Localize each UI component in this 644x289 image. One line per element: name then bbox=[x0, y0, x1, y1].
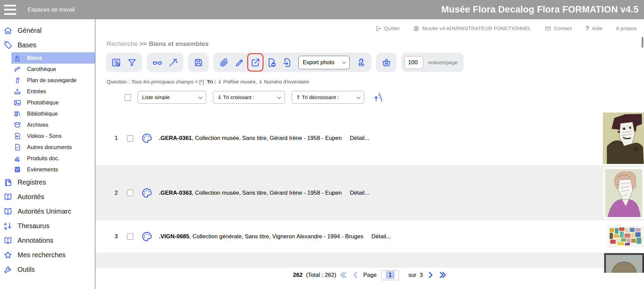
edit-button[interactable] bbox=[232, 54, 247, 71]
sidebar-item-entrees[interactable]: Entrées bbox=[0, 86, 95, 97]
list-mode-select[interactable]: Liste simple bbox=[138, 91, 206, 104]
row-checkbox[interactable] bbox=[127, 135, 133, 142]
hamburger-menu-icon[interactable] bbox=[4, 5, 16, 15]
row-checkbox[interactable] bbox=[127, 233, 133, 240]
sidebar-item-autorites[interactable]: Autorités bbox=[0, 190, 95, 204]
sort-asc-value: ⇓ Tri croissant : bbox=[217, 94, 254, 100]
sidebar-item-label: Thesaurus bbox=[18, 222, 50, 230]
attach-button[interactable] bbox=[216, 54, 231, 71]
prev-page-button[interactable] bbox=[351, 271, 360, 279]
sidebar-item-label: Outils bbox=[18, 266, 35, 273]
toolbar: Export photo Re 100 notices/page bbox=[106, 53, 644, 72]
re-brush-icon: Re bbox=[356, 57, 366, 68]
sidebar-item-general[interactable]: Général bbox=[0, 23, 95, 38]
palette-icon[interactable] bbox=[141, 133, 153, 144]
file-print-icon bbox=[266, 57, 276, 68]
page-input[interactable]: 1 bbox=[381, 270, 399, 280]
next-page-button[interactable] bbox=[426, 271, 435, 279]
sidebar-item-label: Général bbox=[18, 27, 42, 34]
sidebar-item-thesaurus[interactable]: ABThesaurus bbox=[0, 219, 95, 233]
user-menu[interactable]: Musée v4 ADMINISTRATEUR FONCTIONNEL bbox=[413, 25, 531, 32]
sidebar-item-label: Archives bbox=[27, 122, 48, 128]
total-pages: 3 bbox=[420, 272, 423, 279]
renumber-button[interactable]: Re bbox=[354, 54, 368, 71]
library-icon bbox=[14, 110, 21, 118]
sidebar-item-label: Vidéos - Sons bbox=[27, 133, 61, 139]
svg-text:Re: Re bbox=[358, 62, 364, 67]
row-ref: .GERA-0361 bbox=[159, 135, 192, 141]
result-thumbnail[interactable] bbox=[604, 253, 644, 273]
sidebar-item-label: Bases bbox=[18, 41, 36, 49]
detail-link[interactable]: Détail... bbox=[350, 190, 369, 196]
sidebar-item-label: Entrées bbox=[27, 88, 46, 95]
sidebar-item-label: Annotations bbox=[18, 237, 53, 244]
toolbar-group-save bbox=[188, 53, 209, 72]
save-button[interactable] bbox=[191, 54, 206, 71]
video-file-icon bbox=[14, 132, 21, 140]
help-link[interactable]: ? Aide bbox=[585, 25, 602, 32]
select-all-checkbox[interactable] bbox=[125, 94, 131, 101]
knight-icon bbox=[14, 54, 21, 62]
view-button[interactable] bbox=[150, 54, 164, 71]
open-external-button[interactable] bbox=[248, 54, 263, 71]
svg-text:B: B bbox=[4, 226, 7, 231]
sidebar-item-videos-sons[interactable]: Vidéos - Sons bbox=[0, 130, 95, 142]
result-thumbnail[interactable] bbox=[603, 167, 644, 219]
sidebar-item-carotheque[interactable]: Carothèque bbox=[0, 64, 95, 75]
export-photo-select[interactable]: Export photo bbox=[298, 56, 350, 69]
sidebar-item-autorites-unimarc[interactable]: Autorités Unimarc bbox=[0, 204, 95, 219]
sidebar-item-archives[interactable]: Archives bbox=[0, 119, 95, 130]
sidebar-item-produits-doc[interactable]: Produits doc. bbox=[0, 153, 95, 164]
sidebar-item-label: Autorités Unimarc bbox=[18, 208, 71, 215]
row-number: 2 bbox=[112, 190, 118, 196]
sidebar-item-biens[interactable]: Biens bbox=[11, 52, 95, 64]
sort-desc-select[interactable]: ⇑ Tri décroissant : bbox=[292, 91, 364, 104]
toolbar-group-paging: 100 notices/page bbox=[401, 53, 463, 72]
basket-button[interactable] bbox=[379, 54, 394, 71]
sidebar-item-evenements[interactable]: Evènements bbox=[0, 164, 95, 175]
sidebar-item-mes-recherches[interactable]: Mes recherches bbox=[0, 248, 95, 262]
detail-link[interactable]: Détail... bbox=[371, 233, 391, 240]
quit-link[interactable]: Quitter bbox=[375, 25, 400, 32]
help-label: Aide bbox=[592, 25, 602, 31]
sort-asc-select[interactable]: ⇓ Tri croissant : bbox=[213, 91, 285, 104]
chevron-down-icon bbox=[342, 60, 346, 64]
sidebar-item-outils[interactable]: Outils bbox=[0, 262, 95, 277]
sidebar-item-registres[interactable]: Registres bbox=[0, 175, 95, 190]
sidebar-item-bases[interactable]: Bases bbox=[0, 38, 95, 52]
scrollbar-thumb[interactable] bbox=[642, 37, 643, 48]
print-file-button[interactable] bbox=[264, 54, 278, 71]
detail-link[interactable]: Détail... bbox=[350, 135, 369, 142]
sidebar-item-bibliotheque[interactable]: Bibliothèque bbox=[0, 108, 95, 119]
carrot-icon bbox=[14, 65, 21, 73]
notices-per-page-input[interactable]: 100 bbox=[404, 56, 423, 69]
sort-numeric-button[interactable]: 3 2 1 bbox=[373, 92, 383, 103]
about-link[interactable]: A propos bbox=[616, 25, 637, 31]
sidebar-item-autres-documents[interactable]: Autres documents bbox=[0, 142, 95, 153]
export-file-button[interactable] bbox=[280, 54, 294, 71]
wizard-button[interactable] bbox=[166, 54, 180, 71]
contact-link[interactable]: Contact bbox=[545, 25, 572, 32]
filter-button[interactable] bbox=[125, 54, 139, 71]
file-export-icon bbox=[282, 57, 292, 68]
notices-label: notices/page bbox=[428, 59, 458, 66]
filter-row: Liste simple ⇓ Tri croissant : ⇑ Tri déc… bbox=[125, 91, 644, 104]
sidebar-item-annotations[interactable]: Annotations bbox=[0, 233, 95, 248]
query-summary: Question : Tous les principaux champs = … bbox=[107, 79, 644, 85]
sidebar-item-phototheque[interactable]: Photothèque bbox=[0, 97, 95, 108]
list-search-button[interactable] bbox=[109, 54, 123, 71]
sidebar-item-plan-de-sauvegarde[interactable]: Plan de sauvegarde bbox=[0, 75, 95, 86]
result-thumbnail[interactable] bbox=[608, 226, 644, 247]
palette-icon[interactable] bbox=[141, 231, 153, 242]
first-page-button[interactable] bbox=[340, 271, 348, 279]
palette-icon[interactable] bbox=[141, 187, 153, 199]
export-photo-value: Export photo bbox=[303, 59, 334, 66]
breadcrumb-section[interactable]: Recherche bbox=[107, 40, 138, 47]
magic-wand-icon bbox=[168, 57, 178, 68]
row-checkbox[interactable] bbox=[127, 190, 133, 196]
last-page-button[interactable] bbox=[438, 271, 447, 279]
workspaces-label[interactable]: Espaces de travail bbox=[28, 6, 75, 13]
glasses-icon bbox=[152, 57, 162, 68]
result-thumbnail[interactable] bbox=[603, 113, 644, 164]
row-text: .GERA-0363, Collection musée, Sans titre… bbox=[159, 190, 342, 196]
